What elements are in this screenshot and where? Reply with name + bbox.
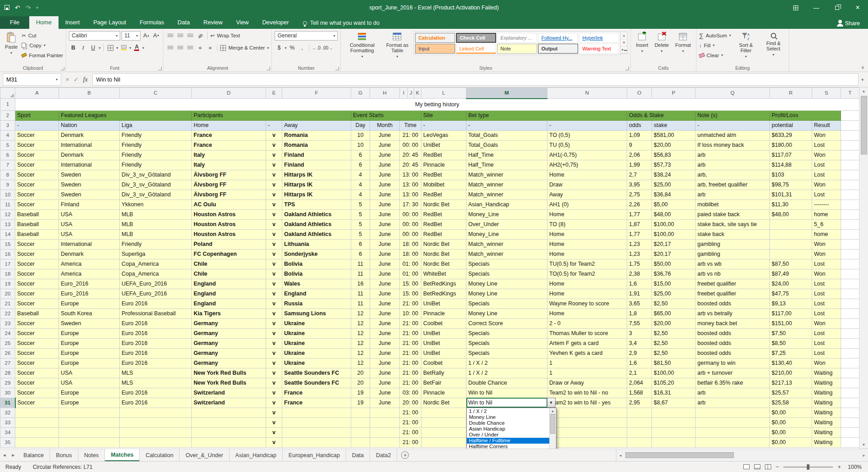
cell[interactable]: MLB	[120, 229, 192, 239]
sub-header-cell[interactable]: Home	[192, 120, 266, 130]
customize-qat-button[interactable]: ▾	[36, 5, 38, 10]
cell[interactable]: boosted odds	[696, 338, 770, 348]
cell[interactable]: 00: 00	[400, 219, 421, 229]
cell[interactable]: v	[266, 368, 282, 378]
cell[interactable]: arb vs nb	[696, 269, 770, 279]
cell[interactable]: Europe	[59, 398, 120, 408]
row-header-30[interactable]: 30	[0, 388, 15, 398]
cell[interactable]: UniBet	[421, 140, 466, 150]
cell[interactable]: Germany	[192, 328, 266, 338]
sub-header-cell[interactable]: Result	[812, 120, 841, 130]
cell[interactable]: 13: 00	[400, 190, 421, 200]
cell[interactable]: 1,75	[627, 259, 652, 269]
cell[interactable]: v	[266, 140, 282, 150]
ribbon-tab-page-layout[interactable]: Page Layout	[86, 16, 133, 29]
cell[interactable]	[841, 269, 859, 279]
cell[interactable]: 21: 00	[400, 348, 421, 358]
cell[interactable]	[841, 328, 859, 338]
cell[interactable]	[696, 427, 770, 437]
scroll-left-button[interactable]: ◂	[616, 453, 624, 458]
cell[interactable]: Soccer	[15, 259, 59, 269]
cell[interactable]: $25,00	[652, 289, 696, 299]
decrease-indent-button[interactable]: «	[196, 43, 204, 52]
cell[interactable]	[421, 427, 466, 437]
cell[interactable]: Soccer	[15, 239, 59, 249]
row-header-22[interactable]: 22	[0, 309, 15, 318]
bold-button[interactable]: B	[69, 43, 77, 52]
cell[interactable]: USA	[59, 229, 120, 239]
cell[interactable]: June	[370, 180, 400, 190]
cell[interactable]	[421, 408, 466, 418]
cell[interactable]: arb	[696, 150, 770, 160]
cell[interactable]: Euro 2016	[120, 338, 192, 348]
column-header-P[interactable]: P	[652, 88, 696, 99]
cell[interactable]: Correct Score	[466, 318, 547, 328]
column-header-J[interactable]: J	[408, 88, 414, 99]
cell[interactable]: v	[266, 249, 282, 259]
cell[interactable]: If loss money back	[696, 140, 770, 150]
cell[interactable]	[841, 348, 859, 358]
cell[interactable]: $581,00	[652, 130, 696, 140]
cell[interactable]: Friendly	[120, 140, 192, 150]
cell[interactable]: 1,23	[627, 239, 652, 249]
cell[interactable]: Italy	[192, 150, 266, 160]
cell[interactable]: Match_winner	[466, 190, 547, 200]
column-header-K[interactable]: K	[414, 88, 421, 99]
cell[interactable]: Euro 2016	[120, 388, 192, 398]
cell[interactable]: Won	[812, 239, 841, 249]
cell[interactable]: arb vs betrally	[696, 309, 770, 318]
fill-button[interactable]: ↓Fill▾	[699, 41, 731, 50]
cell[interactable]: TU (0,5)	[547, 140, 627, 150]
previous-sheet-button[interactable]: ◂	[0, 449, 9, 461]
group-header-cell[interactable]: Participants	[192, 110, 351, 120]
sheet-tab-data[interactable]: Data	[346, 449, 370, 461]
cell[interactable]: Bolivia	[282, 259, 351, 269]
cell[interactable]: v	[266, 358, 282, 368]
cell[interactable]: $20,00	[652, 318, 696, 328]
font-dialog-launcher[interactable]	[158, 67, 162, 70]
cell[interactable]: Total_Goals	[466, 140, 547, 150]
cell[interactable]	[627, 418, 652, 427]
cell[interactable]	[547, 437, 627, 447]
cell[interactable]: Money Line	[466, 289, 547, 299]
decrease-font-size-button[interactable]: A▾	[152, 31, 160, 40]
row-header-35[interactable]: 35	[0, 437, 15, 447]
cell[interactable]: Home	[547, 309, 627, 318]
cell[interactable]: 20	[351, 378, 370, 388]
cell[interactable]: 12	[351, 309, 370, 318]
cell[interactable]: Lost	[812, 299, 841, 309]
cell[interactable]	[120, 427, 192, 437]
cell[interactable]: v	[266, 289, 282, 299]
cell[interactable]: 3	[627, 328, 652, 338]
align-top-button[interactable]	[166, 31, 175, 40]
column-header-F[interactable]: F	[282, 88, 351, 99]
cell[interactable]: Wales	[282, 279, 351, 289]
cell[interactable]: v	[266, 160, 282, 170]
cell[interactable]: Yevhen K gets a card	[547, 348, 627, 358]
format-cells-button[interactable]: Format ▾	[673, 30, 693, 65]
cell[interactable]: America	[59, 269, 120, 279]
cell[interactable]: v	[266, 130, 282, 140]
cell[interactable]: $24,00	[770, 279, 812, 289]
cell[interactable]: 21: 00	[400, 338, 421, 348]
cell[interactable]: 18: 00	[400, 239, 421, 249]
sub-header-cell[interactable]: -	[15, 120, 59, 130]
cell[interactable]: 21: 00	[400, 437, 421, 447]
cell[interactable]: $20,17	[652, 249, 696, 259]
zoom-slider-thumb[interactable]	[807, 464, 809, 470]
sub-header-cell[interactable]: -	[547, 120, 627, 130]
cell[interactable]: 2 - 0	[547, 318, 627, 328]
cell[interactable]: Germany	[192, 348, 266, 358]
cell[interactable]: Away	[547, 190, 627, 200]
cell[interactable]	[351, 437, 370, 447]
cell[interactable]: v	[266, 378, 282, 388]
cell[interactable]: 16	[351, 279, 370, 289]
insert-cells-button[interactable]: Insert ▾	[633, 30, 651, 65]
cell[interactable]: UEFA_Euro_2016	[120, 289, 192, 299]
dropdown-option-double-chance[interactable]: Double Chance	[467, 420, 549, 426]
cell[interactable]: Specials	[466, 328, 547, 338]
cell[interactable]: Home	[547, 249, 627, 259]
cell[interactable]: Soccer	[15, 338, 59, 348]
cell[interactable]: AH1(-0,75)	[547, 150, 627, 160]
cell[interactable]	[841, 309, 859, 318]
